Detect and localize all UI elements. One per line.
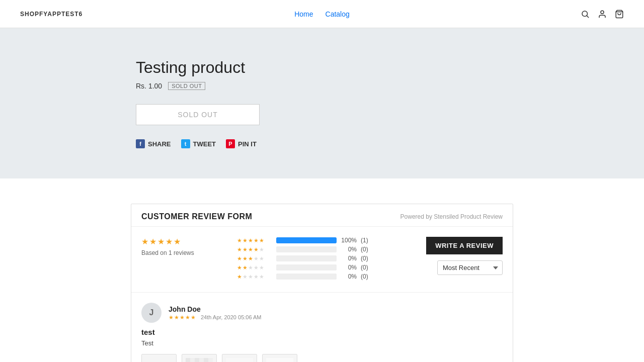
review-meta: ★ ★ ★ ★ ★ 24th Apr, 2020 05:06 AM — [169, 314, 261, 321]
review-thumb-4[interactable] — [262, 354, 297, 362]
svg-rect-9 — [204, 358, 208, 362]
site-header: SHOPFYAPPTEST6 Home Catalog — [0, 0, 644, 28]
svg-rect-7 — [195, 358, 199, 362]
share-row: f SHARE t TWEET P PIN IT — [136, 139, 624, 148]
pinterest-icon: P — [226, 139, 235, 148]
svg-point-2 — [601, 11, 604, 14]
reviewer-name: John Doe — [169, 305, 261, 313]
tshirt-thumb-1 — [145, 358, 173, 362]
review-thumb-2[interactable] — [182, 354, 217, 362]
avatar: J — [141, 303, 162, 323]
rating-row-5: ★★★★★ 100% (1) — [237, 237, 371, 244]
review-thumb-3[interactable] — [222, 354, 257, 362]
sold-out-badge: SOLD OUT — [168, 82, 205, 90]
share-pinterest-button[interactable]: P PIN IT — [226, 139, 257, 148]
svg-point-0 — [582, 11, 588, 17]
cart-icon — [615, 10, 624, 19]
bar-track-1 — [276, 274, 337, 280]
review-stars: ★ ★ ★ ★ ★ — [169, 314, 196, 321]
powered-by: Powered by Stensiled Product Review — [400, 213, 503, 220]
rating-row-2: ★★★★★ 0% (0) — [237, 264, 371, 271]
product-price: Rs. 1.00 — [136, 82, 162, 90]
overall-rating: ★ ★ ★ ★ ★ Based on 1 reviews — [141, 237, 207, 282]
product-section: Testing product Rs. 1.00 SOLD OUT SOLD O… — [0, 28, 644, 178]
search-button[interactable] — [581, 10, 590, 19]
review-item: J John Doe ★ ★ ★ ★ ★ 24th Apr — [131, 293, 513, 362]
review-actions: WRITE A REVIEW Most Recent Top Rated Low… — [416, 227, 513, 285]
review-date: 24th Apr, 2020 05:06 AM — [201, 314, 261, 320]
twitter-icon: t — [181, 139, 190, 148]
nav-catalog[interactable]: Catalog — [326, 10, 350, 18]
bar-track-5 — [276, 237, 337, 243]
svg-line-1 — [587, 16, 588, 17]
bar-track-3 — [276, 255, 337, 261]
nav-home[interactable]: Home — [294, 10, 313, 18]
review-form-header: CUSTOMER REVIEW FORM Powered by Stensile… — [131, 204, 513, 227]
account-button[interactable] — [598, 10, 607, 19]
share-twitter-button[interactable]: t TWEET — [181, 139, 216, 148]
main-nav: Home Catalog — [294, 10, 350, 18]
review-stats-row: ★ ★ ★ ★ ★ Based on 1 reviews — [131, 227, 513, 292]
product-price-row: Rs. 1.00 SOLD OUT — [136, 82, 624, 90]
review-section-wrapper: CUSTOMER REVIEW FORM Powered by Stensile… — [0, 178, 644, 362]
share-facebook-button[interactable]: f SHARE — [136, 139, 171, 148]
rating-bars: ★★★★★ 100% (1) ★★★★★ 0% — [237, 237, 371, 282]
bar-track-2 — [276, 264, 337, 270]
review-stats: ★ ★ ★ ★ ★ Based on 1 reviews — [131, 227, 381, 292]
reviewer-row: J John Doe ★ ★ ★ ★ ★ 24th Apr — [141, 303, 503, 323]
review-form-title: CUSTOMER REVIEW FORM — [141, 212, 252, 221]
cart-button[interactable] — [615, 10, 624, 19]
review-title: test — [141, 328, 503, 336]
tshirt-thumb-2 — [186, 358, 213, 362]
bar-track-4 — [276, 246, 337, 252]
svg-rect-20 — [226, 358, 253, 362]
svg-rect-21 — [266, 358, 293, 362]
user-icon — [598, 10, 607, 19]
review-thumb-1[interactable] — [141, 354, 177, 362]
review-body: Test — [141, 339, 503, 347]
product-title: Testing product — [136, 58, 624, 77]
review-container: CUSTOMER REVIEW FORM Powered by Stensile… — [131, 204, 513, 362]
tshirt-thumb-4 — [266, 358, 293, 362]
search-icon — [581, 10, 590, 19]
reviewer-info: John Doe ★ ★ ★ ★ ★ 24th Apr, 2020 05:06 … — [169, 305, 261, 321]
overall-stars: ★ ★ ★ ★ ★ — [141, 237, 181, 246]
sold-out-button: SOLD OUT — [136, 104, 260, 125]
facebook-icon: f — [136, 139, 145, 148]
svg-rect-5 — [186, 358, 190, 362]
rating-row-3: ★★★★★ 0% (0) — [237, 255, 371, 262]
based-on: Based on 1 reviews — [141, 249, 194, 256]
header-icons — [581, 10, 624, 19]
brand-name: SHOPFYAPPTEST6 — [20, 11, 83, 18]
sort-select[interactable]: Most Recent Top Rated Lowest Rated — [437, 260, 503, 275]
tshirt-thumb-3 — [226, 358, 253, 362]
rating-row-1: ★★★★★ 0% (0) — [237, 273, 371, 280]
review-images — [141, 354, 503, 362]
rating-row-4: ★★★★★ 0% (0) — [237, 246, 371, 253]
write-review-button[interactable]: WRITE A REVIEW — [426, 237, 503, 254]
